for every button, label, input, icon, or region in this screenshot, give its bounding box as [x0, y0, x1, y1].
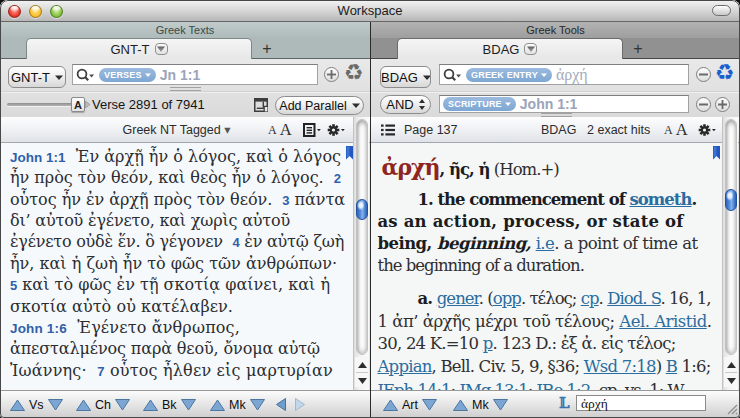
add-search-row-button-left[interactable]: [324, 67, 339, 82]
panes-icon[interactable]: [254, 98, 268, 112]
zoom-button[interactable]: [50, 5, 63, 18]
title-bar[interactable]: Workspace: [0, 0, 740, 22]
hyperlink[interactable]: gener: [437, 289, 479, 308]
pane-divider[interactable]: [370, 22, 371, 418]
nav-up-button[interactable]: [210, 399, 225, 411]
toolbar-toggle-button[interactable]: [712, 5, 731, 16]
nav-up-button[interactable]: [76, 399, 91, 411]
bookmark-icon[interactable]: [713, 146, 720, 160]
nav-up-button[interactable]: [383, 399, 398, 411]
scroll-down-arrow-left[interactable]: [355, 373, 369, 388]
remove-scripture-row-button[interactable]: [696, 97, 711, 112]
remove-search-row-button[interactable]: [696, 67, 711, 82]
nav-up-button[interactable]: [10, 399, 25, 411]
hyperlink[interactable]: opp: [493, 289, 521, 308]
tab-menu-icon[interactable]: [524, 43, 537, 55]
add-parallel-button[interactable]: Add Parallel: [275, 96, 364, 115]
nav-up-button[interactable]: [143, 399, 158, 411]
search-scope-pill-right[interactable]: GREEK ENTRY: [466, 68, 552, 82]
history-forward-button[interactable]: [295, 394, 305, 415]
scroll-down-arrow-right[interactable]: [724, 373, 738, 388]
scrollbar-left[interactable]: [353, 117, 369, 390]
scripture-field[interactable]: SCRIPTURE John 1:1: [439, 95, 689, 113]
text-content-right[interactable]: ἀρχή, ῆς, ἡ (Hom.+)1. the commencement o…: [371, 143, 722, 390]
scroll-thumb-left[interactable]: [356, 199, 368, 220]
text-size-slider-track[interactable]: [7, 103, 77, 106]
tab-menu-icon[interactable]: [155, 43, 168, 55]
nav-down-button[interactable]: [250, 399, 265, 411]
minimize-button[interactable]: [29, 5, 42, 18]
scroll-up-arrow-left[interactable]: [355, 357, 369, 372]
hyperlink[interactable]: Appian: [378, 357, 432, 376]
display-format-button[interactable]: [303, 123, 321, 137]
window-title: Workspace: [0, 0, 740, 21]
tab-gnt-t[interactable]: GNT-T: [26, 38, 252, 59]
window-resize-grip[interactable]: [726, 403, 738, 415]
hyperlink[interactable]: cp: [581, 289, 599, 308]
add-scripture-row-button[interactable]: [715, 97, 730, 112]
text-display-title[interactable]: Greek NT Tagged: [123, 123, 221, 137]
nav-down-button[interactable]: [422, 399, 437, 411]
text-run: ἦν, καὶ ἡ ζωὴ ἦν τὸ φῶς τῶν ἀνθρώπων·: [10, 254, 337, 273]
module-select-button-left[interactable]: GNT-T: [8, 66, 66, 88]
text-size-slider-thumb[interactable]: A: [71, 97, 85, 112]
hyperlink[interactable]: IMg 13:1: [459, 381, 527, 390]
text-run: ἀπεσταλμένος παρὰ θεοῦ, ὄνομα αὐτῷ: [10, 339, 320, 358]
hyperlink[interactable]: IEph 14:1: [378, 381, 451, 390]
hyperlink[interactable]: i.e: [536, 234, 555, 253]
search-input-left[interactable]: Jn 1:1: [160, 67, 200, 83]
magnifier-icon[interactable]: [76, 68, 95, 82]
research-recycle-icon-right[interactable]: ♻: [715, 62, 735, 84]
hyperlink[interactable]: Diod. S: [607, 289, 660, 308]
list-menu-icon[interactable]: [381, 124, 395, 136]
hyperlink[interactable]: p: [483, 334, 493, 353]
scripture-scope-pill[interactable]: SCRIPTURE: [443, 97, 516, 111]
content-header-left: Greek NT Tagged ▾ A A: [0, 117, 370, 143]
scripture-input[interactable]: John 1:1: [520, 96, 578, 112]
history-back-button[interactable]: [276, 394, 286, 415]
new-tab-button-right[interactable]: +: [624, 39, 652, 58]
text-run: οὗτος ἦν ἐν ἀρχῇ πρὸς τὸν θεόν.: [10, 190, 282, 209]
bookmark-icon[interactable]: [346, 146, 353, 160]
font-larger-button[interactable]: A: [280, 120, 292, 140]
greek-entry-input[interactable]: ἀρχή: [556, 66, 588, 84]
nav-down-button[interactable]: [181, 399, 196, 411]
tab-bdag[interactable]: BDAG: [397, 38, 623, 59]
search-scope-pill-left[interactable]: VERSES: [99, 68, 156, 82]
new-tab-button-left[interactable]: +: [253, 39, 281, 58]
nav-down-button[interactable]: [115, 399, 130, 411]
tab-bar-right: BDAG +: [371, 38, 740, 59]
nav-up-button[interactable]: [453, 399, 468, 411]
text-content-left[interactable]: John 1:1 Ἐν ἀρχῇ ἦν ὁ λόγος, καὶ ὁ λόγος…: [0, 143, 353, 390]
hyperlink[interactable]: B: [666, 357, 677, 376]
field-resize-grip-left[interactable]: [170, 87, 201, 91]
nav-down-button[interactable]: [48, 399, 63, 411]
font-smaller-button[interactable]: A: [268, 123, 277, 138]
hyperlink[interactable]: someth: [630, 190, 692, 209]
gear-menu-button[interactable]: [698, 123, 716, 137]
close-button[interactable]: [8, 5, 21, 18]
hyperlink[interactable]: Ael. Aristid: [619, 312, 707, 331]
magnifier-icon[interactable]: [443, 68, 462, 82]
font-smaller-button[interactable]: A: [664, 123, 673, 138]
verse-status-text: Verse 2891 of 7941: [92, 97, 205, 112]
text-run: . 123 D.: ἐξ ἀ. εἰς τέλος;: [493, 334, 676, 353]
scroll-thumb-right[interactable]: [725, 189, 737, 211]
research-recycle-icon-left[interactable]: ♻: [344, 62, 364, 84]
gear-menu-button[interactable]: [327, 123, 345, 137]
text-run: 1 ἀπ’ ἀρχῆς μέχρι τοῦ τέλους;: [378, 312, 620, 331]
scrollbar-right[interactable]: [722, 117, 738, 390]
nav-down-button[interactable]: [493, 399, 508, 411]
module-name: BDAG: [541, 117, 576, 143]
hyperlink[interactable]: Wsd 7:18: [584, 357, 656, 376]
operator-select-button[interactable]: AND: [380, 95, 431, 114]
font-larger-button[interactable]: A: [676, 120, 688, 140]
scroll-up-arrow-right[interactable]: [724, 357, 738, 372]
search-field-right[interactable]: GREEK ENTRY ἀρχή: [439, 64, 689, 85]
nav-group-bk: Bk: [143, 394, 196, 415]
module-select-button-right[interactable]: BDAG: [380, 66, 431, 88]
hyperlink[interactable]: IRo 1:2: [536, 381, 590, 390]
text-run: , cp. vs. 1; W: [590, 381, 683, 390]
lemma-input[interactable]: ἀρχή: [576, 395, 706, 411]
search-field-left[interactable]: VERSES Jn 1:1: [72, 64, 318, 85]
